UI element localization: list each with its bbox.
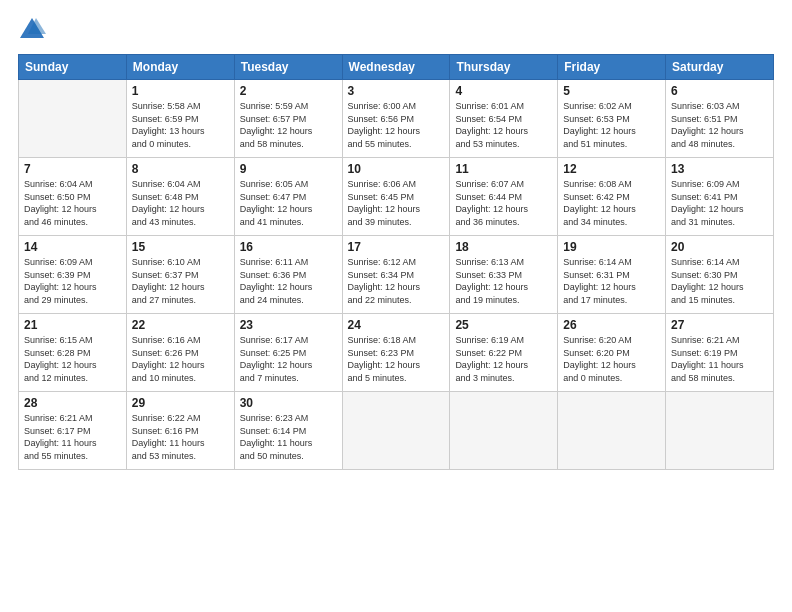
day-cell: 18Sunrise: 6:13 AM Sunset: 6:33 PM Dayli… (450, 236, 558, 314)
day-number: 10 (348, 162, 445, 176)
day-info: Sunrise: 6:01 AM Sunset: 6:54 PM Dayligh… (455, 100, 552, 150)
day-info: Sunrise: 6:23 AM Sunset: 6:14 PM Dayligh… (240, 412, 337, 462)
day-number: 2 (240, 84, 337, 98)
week-row-1: 1Sunrise: 5:58 AM Sunset: 6:59 PM Daylig… (19, 80, 774, 158)
day-info: Sunrise: 5:59 AM Sunset: 6:57 PM Dayligh… (240, 100, 337, 150)
day-info: Sunrise: 6:09 AM Sunset: 6:41 PM Dayligh… (671, 178, 768, 228)
day-cell (19, 80, 127, 158)
day-number: 13 (671, 162, 768, 176)
page: SundayMondayTuesdayWednesdayThursdayFrid… (0, 0, 792, 612)
day-info: Sunrise: 6:14 AM Sunset: 6:31 PM Dayligh… (563, 256, 660, 306)
day-number: 11 (455, 162, 552, 176)
day-cell (342, 392, 450, 470)
day-cell: 30Sunrise: 6:23 AM Sunset: 6:14 PM Dayli… (234, 392, 342, 470)
day-cell: 9Sunrise: 6:05 AM Sunset: 6:47 PM Daylig… (234, 158, 342, 236)
day-number: 29 (132, 396, 229, 410)
day-cell: 29Sunrise: 6:22 AM Sunset: 6:16 PM Dayli… (126, 392, 234, 470)
day-number: 24 (348, 318, 445, 332)
day-info: Sunrise: 6:19 AM Sunset: 6:22 PM Dayligh… (455, 334, 552, 384)
day-cell: 8Sunrise: 6:04 AM Sunset: 6:48 PM Daylig… (126, 158, 234, 236)
day-info: Sunrise: 6:12 AM Sunset: 6:34 PM Dayligh… (348, 256, 445, 306)
calendar-table: SundayMondayTuesdayWednesdayThursdayFrid… (18, 54, 774, 470)
day-cell: 20Sunrise: 6:14 AM Sunset: 6:30 PM Dayli… (666, 236, 774, 314)
week-row-2: 7Sunrise: 6:04 AM Sunset: 6:50 PM Daylig… (19, 158, 774, 236)
day-number: 16 (240, 240, 337, 254)
week-row-3: 14Sunrise: 6:09 AM Sunset: 6:39 PM Dayli… (19, 236, 774, 314)
day-number: 12 (563, 162, 660, 176)
day-info: Sunrise: 6:05 AM Sunset: 6:47 PM Dayligh… (240, 178, 337, 228)
day-info: Sunrise: 5:58 AM Sunset: 6:59 PM Dayligh… (132, 100, 229, 150)
day-cell: 5Sunrise: 6:02 AM Sunset: 6:53 PM Daylig… (558, 80, 666, 158)
day-cell: 11Sunrise: 6:07 AM Sunset: 6:44 PM Dayli… (450, 158, 558, 236)
day-info: Sunrise: 6:07 AM Sunset: 6:44 PM Dayligh… (455, 178, 552, 228)
day-info: Sunrise: 6:14 AM Sunset: 6:30 PM Dayligh… (671, 256, 768, 306)
day-cell: 28Sunrise: 6:21 AM Sunset: 6:17 PM Dayli… (19, 392, 127, 470)
logo-icon (18, 16, 46, 44)
week-row-5: 28Sunrise: 6:21 AM Sunset: 6:17 PM Dayli… (19, 392, 774, 470)
day-info: Sunrise: 6:15 AM Sunset: 6:28 PM Dayligh… (24, 334, 121, 384)
day-info: Sunrise: 6:04 AM Sunset: 6:48 PM Dayligh… (132, 178, 229, 228)
day-info: Sunrise: 6:21 AM Sunset: 6:19 PM Dayligh… (671, 334, 768, 384)
day-number: 3 (348, 84, 445, 98)
day-info: Sunrise: 6:13 AM Sunset: 6:33 PM Dayligh… (455, 256, 552, 306)
day-number: 7 (24, 162, 121, 176)
day-info: Sunrise: 6:09 AM Sunset: 6:39 PM Dayligh… (24, 256, 121, 306)
day-number: 9 (240, 162, 337, 176)
day-cell (558, 392, 666, 470)
day-cell: 25Sunrise: 6:19 AM Sunset: 6:22 PM Dayli… (450, 314, 558, 392)
day-info: Sunrise: 6:11 AM Sunset: 6:36 PM Dayligh… (240, 256, 337, 306)
day-cell: 16Sunrise: 6:11 AM Sunset: 6:36 PM Dayli… (234, 236, 342, 314)
weekday-header-monday: Monday (126, 55, 234, 80)
weekday-header-saturday: Saturday (666, 55, 774, 80)
day-number: 23 (240, 318, 337, 332)
day-info: Sunrise: 6:22 AM Sunset: 6:16 PM Dayligh… (132, 412, 229, 462)
day-info: Sunrise: 6:03 AM Sunset: 6:51 PM Dayligh… (671, 100, 768, 150)
day-number: 1 (132, 84, 229, 98)
logo (18, 16, 50, 44)
day-info: Sunrise: 6:20 AM Sunset: 6:20 PM Dayligh… (563, 334, 660, 384)
weekday-header-sunday: Sunday (19, 55, 127, 80)
day-info: Sunrise: 6:08 AM Sunset: 6:42 PM Dayligh… (563, 178, 660, 228)
day-info: Sunrise: 6:17 AM Sunset: 6:25 PM Dayligh… (240, 334, 337, 384)
day-cell (450, 392, 558, 470)
day-number: 4 (455, 84, 552, 98)
day-cell: 6Sunrise: 6:03 AM Sunset: 6:51 PM Daylig… (666, 80, 774, 158)
day-cell: 19Sunrise: 6:14 AM Sunset: 6:31 PM Dayli… (558, 236, 666, 314)
day-cell: 21Sunrise: 6:15 AM Sunset: 6:28 PM Dayli… (19, 314, 127, 392)
day-cell: 7Sunrise: 6:04 AM Sunset: 6:50 PM Daylig… (19, 158, 127, 236)
day-cell: 22Sunrise: 6:16 AM Sunset: 6:26 PM Dayli… (126, 314, 234, 392)
day-cell (666, 392, 774, 470)
day-info: Sunrise: 6:21 AM Sunset: 6:17 PM Dayligh… (24, 412, 121, 462)
day-info: Sunrise: 6:00 AM Sunset: 6:56 PM Dayligh… (348, 100, 445, 150)
day-cell: 23Sunrise: 6:17 AM Sunset: 6:25 PM Dayli… (234, 314, 342, 392)
weekday-header-friday: Friday (558, 55, 666, 80)
day-info: Sunrise: 6:18 AM Sunset: 6:23 PM Dayligh… (348, 334, 445, 384)
day-cell: 4Sunrise: 6:01 AM Sunset: 6:54 PM Daylig… (450, 80, 558, 158)
day-cell: 24Sunrise: 6:18 AM Sunset: 6:23 PM Dayli… (342, 314, 450, 392)
day-cell: 26Sunrise: 6:20 AM Sunset: 6:20 PM Dayli… (558, 314, 666, 392)
day-cell: 14Sunrise: 6:09 AM Sunset: 6:39 PM Dayli… (19, 236, 127, 314)
day-number: 27 (671, 318, 768, 332)
day-number: 6 (671, 84, 768, 98)
day-cell: 27Sunrise: 6:21 AM Sunset: 6:19 PM Dayli… (666, 314, 774, 392)
day-info: Sunrise: 6:02 AM Sunset: 6:53 PM Dayligh… (563, 100, 660, 150)
day-number: 19 (563, 240, 660, 254)
day-cell: 3Sunrise: 6:00 AM Sunset: 6:56 PM Daylig… (342, 80, 450, 158)
weekday-header-wednesday: Wednesday (342, 55, 450, 80)
day-info: Sunrise: 6:06 AM Sunset: 6:45 PM Dayligh… (348, 178, 445, 228)
day-cell: 12Sunrise: 6:08 AM Sunset: 6:42 PM Dayli… (558, 158, 666, 236)
week-row-4: 21Sunrise: 6:15 AM Sunset: 6:28 PM Dayli… (19, 314, 774, 392)
day-number: 28 (24, 396, 121, 410)
day-cell: 13Sunrise: 6:09 AM Sunset: 6:41 PM Dayli… (666, 158, 774, 236)
day-number: 15 (132, 240, 229, 254)
day-info: Sunrise: 6:16 AM Sunset: 6:26 PM Dayligh… (132, 334, 229, 384)
weekday-header-tuesday: Tuesday (234, 55, 342, 80)
weekday-header-thursday: Thursday (450, 55, 558, 80)
weekday-header-row: SundayMondayTuesdayWednesdayThursdayFrid… (19, 55, 774, 80)
day-cell: 2Sunrise: 5:59 AM Sunset: 6:57 PM Daylig… (234, 80, 342, 158)
day-number: 22 (132, 318, 229, 332)
day-number: 21 (24, 318, 121, 332)
day-number: 26 (563, 318, 660, 332)
day-info: Sunrise: 6:10 AM Sunset: 6:37 PM Dayligh… (132, 256, 229, 306)
day-cell: 15Sunrise: 6:10 AM Sunset: 6:37 PM Dayli… (126, 236, 234, 314)
